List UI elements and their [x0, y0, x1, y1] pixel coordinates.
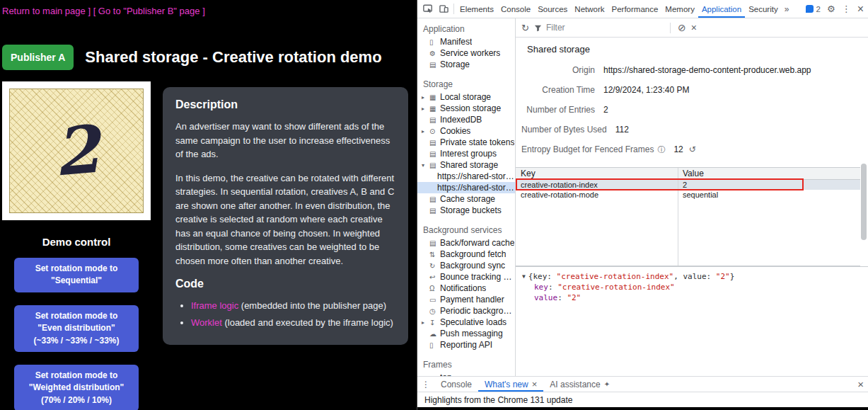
close-icon[interactable]: ×: [532, 379, 538, 389]
chevron-down-icon[interactable]: ▾: [422, 162, 429, 169]
sidebar-item-label: Session storage: [440, 103, 501, 113]
payment-icon: ▭: [429, 296, 440, 304]
preview-summary[interactable]: ▼{key: "creative-rotation-index", value:…: [522, 271, 862, 282]
device-toolbar-icon[interactable]: [436, 0, 451, 18]
publisher-page: Return to main page ] [ Go to "Publisher…: [0, 0, 417, 410]
ad-creative: 2: [2, 81, 151, 220]
table-icon: ▦: [429, 105, 440, 113]
preview-text: , value:: [673, 272, 716, 281]
sidebar-section-title: Storage: [417, 76, 515, 91]
close-drawer-icon[interactable]: ×: [857, 378, 864, 390]
sidebar-item-label: Push messaging: [440, 329, 503, 338]
more-tabs-icon[interactable]: »: [782, 4, 792, 14]
sidebar-item-cookies[interactable]: ▸⊙Cookies: [417, 125, 515, 137]
gear-icon[interactable]: ⚙: [827, 4, 835, 13]
preview-string: "creative-rotation-index": [557, 272, 674, 281]
set-rotation-sequential-button[interactable]: Set rotation mode to"Sequential": [14, 258, 139, 292]
tab-elements[interactable]: Elements: [456, 0, 497, 18]
sidebar-item-indexeddb[interactable]: ▤IndexedDB: [417, 114, 515, 125]
table-icon: ▦: [429, 93, 440, 101]
sidebar-item-cache-storage[interactable]: ▤Cache storage: [417, 193, 515, 205]
sidebar-item-storage-buckets[interactable]: ▤Storage buckets: [417, 205, 515, 216]
drawer-tab-ai-assistance[interactable]: AI assistance✦: [543, 377, 616, 392]
info-icon[interactable]: ⓘ: [657, 145, 665, 154]
tab-sources[interactable]: Sources: [534, 0, 571, 18]
issues-count: 2: [816, 5, 821, 13]
chevron-right-icon[interactable]: ▸: [422, 94, 429, 101]
page-content: 2 Demo control Set rotation mode to"Sequ…: [2, 81, 411, 410]
property-name: key: [534, 283, 548, 292]
close-devtools-icon[interactable]: ×: [857, 4, 864, 15]
metadata-row: Entropy Budget for Fenced Framesⓘ12↺: [516, 139, 868, 160]
tab-security[interactable]: Security: [745, 0, 782, 18]
set-rotation-even-distribution-button[interactable]: Set rotation mode to"Even distribution"(…: [14, 305, 139, 352]
property-name: value: [534, 293, 557, 302]
tab-network[interactable]: Network: [571, 0, 608, 18]
worklet-link[interactable]: Worklet: [191, 317, 222, 328]
delete-all-icon[interactable]: ⊘: [678, 22, 686, 33]
iframe-logic-link[interactable]: Iframe logic: [191, 300, 238, 311]
sidebar-item-payment-handler[interactable]: ▭Payment handler: [417, 294, 515, 305]
page-nav: Return to main page ] [ Go to "Publisher…: [2, 6, 411, 16]
expand-triangle-icon[interactable]: ▼: [522, 271, 526, 282]
tab-console[interactable]: Console: [497, 0, 534, 18]
manifest-icon: ▯: [429, 341, 440, 349]
sidebar-item-label: Cache storage: [440, 194, 495, 204]
issues-badge[interactable]: 2: [806, 5, 821, 13]
sidebar-item-private-state-tokens[interactable]: ▤Private state tokens: [417, 137, 515, 148]
devtools-tab-strip: ElementsConsoleSourcesNetworkPerformance…: [456, 0, 782, 18]
table-row-creative-rotation-mode[interactable]: creative-rotation-modesequential: [516, 190, 860, 200]
sidebar-item-storage[interactable]: ▤Storage: [417, 59, 515, 70]
sidebar-item-background-sync[interactable]: ↻Background sync: [417, 260, 515, 271]
drawer-tab-console[interactable]: Console: [434, 377, 478, 392]
preview-children: key: "creative-rotation-index"value: "2": [522, 282, 862, 303]
sidebar-item-speculative-loads[interactable]: ▸↧Speculative loads: [417, 317, 515, 328]
sidebar-item-shared-storage[interactable]: ▾▤Shared storage: [417, 159, 515, 171]
table-row-creative-rotation-index[interactable]: creative-rotation-index2: [516, 180, 860, 190]
sidebar-item-bounce-tracking-miti[interactable]: ↩Bounce tracking miti…: [417, 271, 515, 283]
chevron-right-icon[interactable]: ▸: [422, 128, 429, 135]
tab-memory[interactable]: Memory: [661, 0, 698, 18]
drawer-menu-icon[interactable]: ⋮: [422, 380, 430, 389]
sidebar-item-https-shared-storage[interactable]: https://shared-storage…: [417, 182, 515, 193]
sidebar-item-reporting-api[interactable]: ▯Reporting API: [417, 339, 515, 351]
set-rotation-weighted-distribution-button[interactable]: Set rotation mode to"Weighted distributi…: [14, 365, 139, 410]
sidebar-item-session-storage[interactable]: ▸▦Session storage: [417, 103, 515, 114]
sidebar-item-back-forward-cache[interactable]: ▤Back/forward cache: [417, 237, 515, 249]
sidebar-item-interest-groups[interactable]: ▤Interest groups: [417, 148, 515, 159]
publisher-b-link[interactable]: Go to "Publisher B" page: [98, 6, 200, 16]
sidebar-item-local-storage[interactable]: ▸▦Local storage: [417, 91, 515, 103]
tab-application[interactable]: Application: [698, 0, 745, 18]
sidebar-item-service-workers[interactable]: ⚙Service workers: [417, 47, 515, 59]
sidebar-item-https-shared-storage[interactable]: https://shared-storage…: [417, 171, 515, 182]
chevron-right-icon[interactable]: ▸: [422, 319, 429, 326]
refresh-icon[interactable]: ↻: [521, 23, 529, 33]
inspect-element-icon[interactable]: [420, 0, 436, 18]
sidebar-item-notifications[interactable]: ΩNotifications: [417, 283, 515, 294]
application-panel-main: ↻ ⊘ × Shared storage Originhttps://share…: [516, 18, 868, 376]
delete-selected-icon[interactable]: ×: [691, 22, 697, 33]
sidebar-item-background-fetch[interactable]: ⇅Background fetch: [417, 249, 515, 260]
scrollbar-thumb[interactable]: [861, 164, 867, 240]
sidebar-item-manifest[interactable]: ▯Manifest: [417, 36, 515, 47]
screenshot-root: Return to main page ] [ Go to "Publisher…: [0, 0, 868, 410]
column-header-value[interactable]: Value: [678, 169, 860, 178]
button-line: Set rotation mode to: [18, 370, 134, 382]
sidebar-item-push-messaging[interactable]: ☁Push messaging: [417, 328, 515, 339]
sidebar-item-label: Shared storage: [440, 160, 498, 170]
grid-cell-key: creative-rotation-mode: [516, 190, 678, 199]
sidebar-item-periodic-backgroun[interactable]: ◷Periodic backgroun…: [417, 305, 515, 317]
drawer-tab-what-s-new[interactable]: What's new×: [478, 377, 543, 392]
return-main-link[interactable]: Return to main page: [2, 6, 86, 16]
sync-icon: ↻: [429, 262, 440, 270]
devtools-tabbar: ElementsConsoleSourcesNetworkPerformance…: [417, 0, 868, 18]
chevron-right-icon[interactable]: ▸: [422, 106, 429, 112]
database-icon: ▤: [429, 139, 440, 147]
reset-icon[interactable]: ↺: [689, 144, 696, 154]
kebab-menu-icon[interactable]: ⋮: [842, 4, 851, 13]
spark-icon: ✦: [604, 380, 610, 388]
code-heading: Code: [175, 278, 395, 290]
filter-input[interactable]: [546, 23, 652, 33]
column-header-key[interactable]: Key: [516, 169, 678, 178]
tab-performance[interactable]: Performance: [608, 0, 662, 18]
